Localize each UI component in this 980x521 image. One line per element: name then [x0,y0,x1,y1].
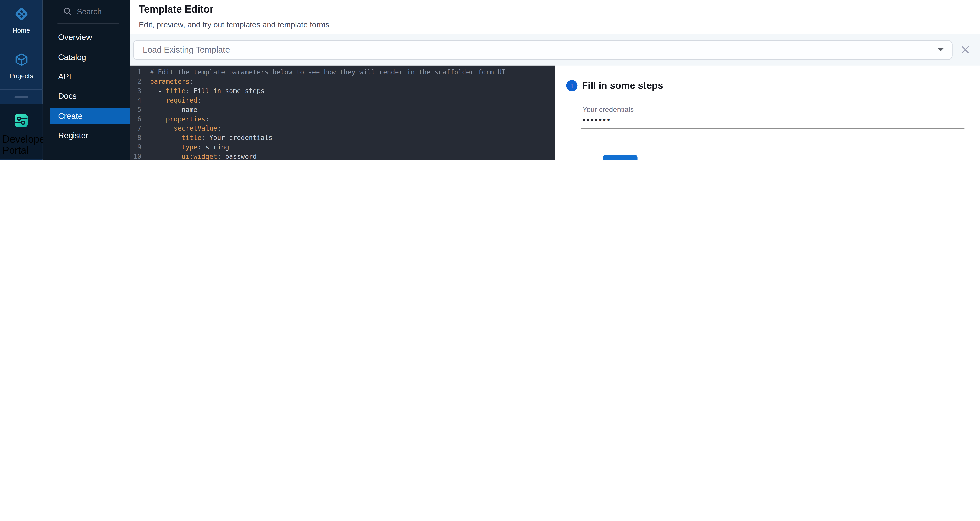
page-title: Template Editor [139,4,214,15]
nav-item-overview[interactable]: Overview [43,32,130,43]
portal-nav-sidebar: Search Overview Catalog API Docs Create … [43,0,130,159]
back-button[interactable]: Back [581,157,606,159]
dropdown-caret-icon [937,48,943,51]
sidebar-item-label: Projects [10,72,33,80]
nav-item-docs[interactable]: Docs [43,91,130,101]
credentials-field-label: Your credentials [582,106,634,113]
app-root: Home Projects [0,0,980,159]
code-line[interactable]: 8 title: Your credentials [130,133,555,143]
search-box[interactable]: Search [43,5,130,19]
credentials-password-input[interactable]: ••••••• [582,115,611,124]
harness-logo-icon [14,7,29,24]
code-line[interactable]: 7 secretValue: [130,124,555,133]
load-template-combobox[interactable] [133,40,952,60]
step-number-badge: 1 [566,80,578,91]
cube-icon [14,53,29,69]
rail-divider [0,89,43,90]
nav-divider [57,23,119,24]
step-title: Fill in some steps [582,80,663,91]
code-lines: 1# Edit the template parameters below to… [130,67,555,159]
code-line[interactable]: 4 required: [130,96,555,105]
developer-portal-icon [14,113,29,131]
search-placeholder: Search [77,8,102,16]
sidebar-item-developer-portal[interactable]: Developer Portal [0,105,43,159]
code-line[interactable]: 1# Edit the template parameters below to… [130,67,555,77]
code-line[interactable]: 3 - title: Fill in some steps [130,86,555,96]
module-sidebar: Home Projects [0,0,43,159]
sidebar-item-label: Home [13,26,30,34]
code-line[interactable]: 9 type: string [130,143,555,152]
code-line[interactable]: 10 ui:widget: password [130,152,555,159]
search-icon [63,6,72,17]
close-button[interactable] [960,44,970,55]
rail-collapse-handle[interactable] [14,96,28,98]
input-underline [581,128,964,128]
nav-item-catalog[interactable]: Catalog [43,52,130,62]
template-form-preview: 1 Fill in some steps Your credentials ••… [555,66,980,159]
load-template-input[interactable] [142,44,937,55]
page-subtitle: Edit, preview, and try out templates and… [139,21,329,29]
nav-item-api[interactable]: API [43,72,130,81]
sidebar-item-projects[interactable]: Projects [0,53,43,80]
nav-divider [57,151,119,151]
sidebar-item-label: Developer Portal [3,134,40,156]
nav-item-register[interactable]: Register [43,131,130,140]
code-line[interactable]: 5 - name [130,105,555,115]
yaml-code-editor[interactable]: 1# Edit the template parameters below to… [130,66,555,159]
main-content: Template Editor Edit, preview, and try o… [130,0,980,159]
code-line[interactable]: 2parameters: [130,77,555,86]
close-icon [961,45,970,54]
template-picker-band [130,34,980,66]
nav-item-create[interactable]: Create [50,108,130,124]
sidebar-item-home[interactable]: Home [0,7,43,34]
next-step-button[interactable]: Next step [603,155,637,159]
code-line[interactable]: 6 properties: [130,115,555,124]
